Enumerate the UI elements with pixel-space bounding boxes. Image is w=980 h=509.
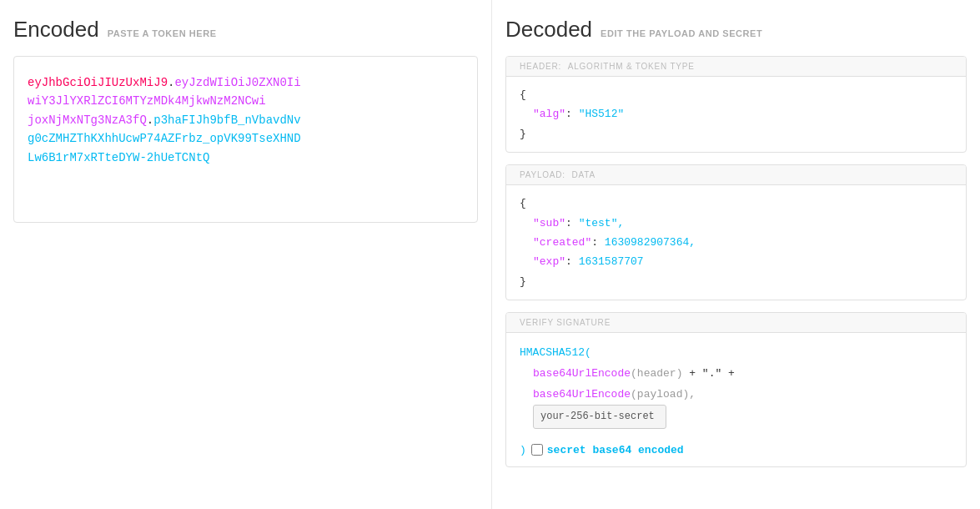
- token-part2-line1: eyJzdWIiOiJ0ZXN0Ii: [174, 76, 300, 89]
- payload-section-body[interactable]: { "sub": "test", "created": 163098290736…: [506, 185, 966, 300]
- token-part2-line3: joxNjMxNTg3NzA3fQ: [28, 113, 147, 127]
- header-section-label: HEADER: ALGORITHM & TOKEN TYPE: [506, 57, 966, 77]
- encoded-subtitle: PASTE A TOKEN HERE: [108, 28, 217, 38]
- verify-section-body: HMACSHA512( base64UrlEncode(header) + ".…: [506, 333, 966, 439]
- verify-close-paren: ): [520, 444, 526, 456]
- payload-section-label: PAYLOAD: DATA: [506, 165, 966, 185]
- header-alg-value: "HS512": [579, 108, 625, 120]
- token-part2-line2: wiY3JlYXRlZCI6MTYzMDk4MjkwNzM2NCwi: [28, 94, 266, 108]
- verify-payload-param: (payload),: [631, 388, 696, 401]
- encoded-title: Encoded: [13, 17, 99, 43]
- payload-exp-key: "exp": [533, 255, 565, 268]
- payload-open-brace: {: [520, 197, 526, 209]
- header-alg-key: "alg": [533, 108, 565, 120]
- verify-func-name: HMACSHA512(: [520, 346, 591, 359]
- payload-sub-key: "sub": [533, 217, 565, 229]
- verify-concat-op: + "." +: [682, 367, 734, 380]
- verify-footer: ) secret base64 encoded: [506, 439, 966, 466]
- payload-section-card: PAYLOAD: DATA { "sub": "test", "created"…: [505, 164, 967, 300]
- payload-exp-value: 1631587707: [579, 255, 644, 268]
- verify-base64-payload-func: base64UrlEncode: [533, 388, 631, 401]
- token-part1: eyJhbGciOiJIUzUxMiJ9: [28, 76, 168, 89]
- decoded-title: Decoded: [505, 17, 592, 43]
- encoded-header: Encoded PASTE A TOKEN HERE: [13, 17, 478, 43]
- verify-section-card: VERIFY SIGNATURE HMACSHA512( base64UrlEn…: [505, 312, 967, 467]
- decoded-header: Decoded EDIT THE PAYLOAD AND SECRET: [505, 17, 967, 43]
- token-input-box[interactable]: eyJhbGciOiJIUzUxMiJ9.eyJzdWIiOiJ0ZXN0Ii …: [13, 56, 478, 223]
- verify-base64-header-func: base64UrlEncode: [533, 367, 631, 380]
- verify-section-label: VERIFY SIGNATURE: [506, 313, 966, 333]
- encoded-panel: Encoded PASTE A TOKEN HERE eyJhbGciOiJIU…: [0, 0, 492, 509]
- payload-created-key: "created": [533, 236, 591, 249]
- verify-header-param: (header): [631, 367, 682, 380]
- token-part3-line1: p3haFIJh9bfB_nVbavdNv: [153, 113, 300, 127]
- payload-sub-value: "test",: [579, 217, 625, 229]
- header-section-card: HEADER: ALGORITHM & TOKEN TYPE { "alg": …: [505, 56, 967, 153]
- decoded-subtitle: EDIT THE PAYLOAD AND SECRET: [601, 28, 762, 38]
- token-part3-line2: g0cZMHZThKXhhUcwP74AZFrbz_opVK99TseXHND: [28, 132, 301, 145]
- secret-input-field[interactable]: your-256-bit-secret: [533, 405, 666, 429]
- token-part3-line3: Lw6B1rM7xRTteDYW-2hUeTCNtQ: [28, 151, 209, 164]
- payload-close-brace: }: [520, 275, 526, 288]
- payload-created-value: 1630982907364,: [605, 236, 696, 249]
- base64-encoded-checkbox-container[interactable]: secret base64 encoded: [531, 444, 684, 456]
- base64-encoded-checkbox[interactable]: [531, 444, 543, 456]
- decoded-panel: Decoded EDIT THE PAYLOAD AND SECRET HEAD…: [492, 0, 980, 509]
- header-close-brace: }: [520, 128, 526, 140]
- header-open-brace: {: [520, 88, 526, 101]
- header-section-body[interactable]: { "alg": "HS512" }: [506, 77, 966, 152]
- token-dot2: .: [147, 113, 153, 127]
- base64-encoded-label: secret base64 encoded: [547, 444, 684, 456]
